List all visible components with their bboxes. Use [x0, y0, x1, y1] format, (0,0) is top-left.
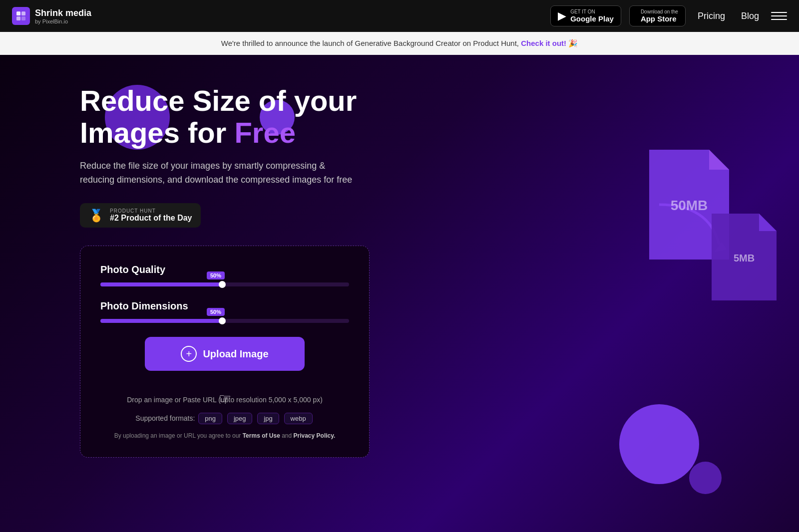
menu-line-1: [771, 12, 787, 13]
svg-rect-3: [21, 16, 25, 20]
svg-rect-1: [21, 11, 25, 15]
pricing-link[interactable]: Pricing: [694, 11, 729, 21]
drop-hint: Drop an image or Paste URL (upto resolut…: [100, 396, 349, 404]
menu-line-3: [771, 19, 787, 20]
quality-slider-value: 50%: [207, 271, 225, 279]
app-store-text: Download on the App Store: [641, 9, 678, 23]
dimensions-slider-value: 50%: [207, 308, 225, 316]
navbar: Shrink media by PixelBin.io ▶ GET IT ON …: [0, 0, 799, 32]
format-webp: webp: [284, 413, 313, 424]
file-size-graphic: 50MB 5MB: [639, 145, 739, 266]
dimensions-slider-fill: 50%: [100, 319, 225, 323]
logo-text: Shrink media by PixelBin.io: [35, 8, 91, 24]
tos-and: and: [280, 432, 294, 439]
dimensions-slider-track[interactable]: 50%: [100, 319, 349, 323]
quality-slider-fill: 50%: [100, 282, 225, 286]
drop-hint-text: Drop an image or Paste URL (upto resolut…: [127, 396, 323, 404]
dimensions-label: Photo Dimensions: [100, 300, 349, 312]
ph-badge-text: PRODUCT HUNT #2 Product of the Day: [110, 208, 192, 223]
hero-title-line2-highlight: Free: [234, 116, 296, 149]
hero-title-line2-normal: Images for: [80, 116, 234, 149]
logo-title: Shrink media: [35, 8, 91, 18]
hamburger-menu[interactable]: [771, 8, 787, 24]
formats-row: Supported formats: png jpeg jpg webp: [100, 413, 349, 424]
quality-section: Photo Quality 50%: [100, 264, 349, 286]
upload-btn-label: Upload Image: [203, 348, 268, 360]
announcement-link[interactable]: Check it out! 🎉: [521, 39, 578, 47]
privacy-policy-link[interactable]: Privacy Policy.: [294, 432, 336, 439]
dimensions-section: Photo Dimensions 50%: [100, 300, 349, 323]
format-jpg: jpg: [257, 413, 279, 424]
ph-badge-title: #2 Product of the Day: [110, 214, 192, 223]
tos-text: By uploading an image or URL you agree t…: [100, 432, 349, 439]
svg-rect-2: [16, 16, 20, 20]
quality-slider-thumb: [219, 281, 226, 288]
upload-widget: Photo Quality 50% Photo Dimensions 50%: [80, 246, 370, 458]
product-hunt-badge: 🏅 PRODUCT HUNT #2 Product of the Day: [80, 203, 201, 228]
upload-image-button[interactable]: + Upload Image: [145, 337, 305, 371]
deco-circle-bottom-large: [619, 404, 699, 484]
logo-subtitle: by PixelBin.io: [35, 18, 91, 24]
terms-of-use-link[interactable]: Terms of Use: [243, 432, 280, 439]
quality-slider-track[interactable]: 50%: [100, 282, 349, 286]
dimensions-slider-thumb: [219, 317, 226, 324]
app-store-button[interactable]: Download on the App Store: [629, 5, 686, 26]
hero-title-line1: Reduce Size of your: [80, 84, 357, 117]
menu-line-2: [771, 15, 787, 16]
quality-label: Photo Quality: [100, 264, 349, 275]
upload-btn-container: + Upload Image ☞: [100, 337, 349, 396]
hero-title: Reduce Size of your Images for Free: [80, 85, 409, 149]
small-file-label: 5MB: [734, 253, 755, 264]
ph-badge-label: PRODUCT HUNT: [110, 208, 192, 214]
logo-icon: [12, 7, 30, 25]
google-play-button[interactable]: ▶ GET IT ON Google Play: [550, 5, 621, 26]
formats-label: Supported formats:: [135, 414, 195, 422]
tos-prefix: By uploading an image or URL you agree t…: [114, 432, 243, 439]
product-hunt-icon: 🏅: [89, 209, 104, 223]
google-play-icon: ▶: [558, 9, 566, 22]
google-play-text: GET IT ON Google Play: [570, 9, 614, 23]
format-png: png: [198, 413, 222, 424]
svg-rect-0: [16, 11, 20, 15]
deco-circle-bottom-small: [689, 462, 722, 494]
hero-section: 50MB 5MB Reduce Size of your Images for …: [0, 55, 799, 532]
nav-right: ▶ GET IT ON Google Play Download on the …: [550, 5, 787, 26]
blog-link[interactable]: Blog: [737, 11, 763, 21]
small-file-container: 5MB: [704, 210, 784, 306]
announcement-bar: We're thrilled to announce the launch of…: [0, 32, 799, 55]
upload-plus-icon: +: [181, 346, 197, 362]
format-jpeg: jpeg: [227, 413, 253, 424]
logo-area: Shrink media by PixelBin.io: [12, 7, 91, 25]
large-file-label: 50MB: [671, 198, 708, 214]
hero-description: Reduce the file size of your images by s…: [80, 159, 360, 188]
hero-content: Reduce Size of your Images for Free Redu…: [80, 85, 409, 458]
announcement-text: We're thrilled to announce the launch of…: [221, 39, 519, 47]
